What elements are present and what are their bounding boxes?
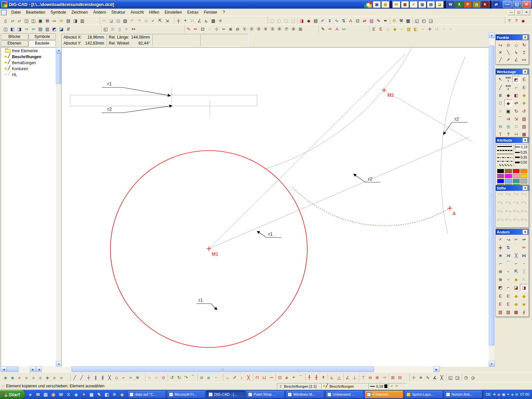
iso-i-icon[interactable]: ◈	[58, 374, 65, 381]
mail-icon[interactable]: ✉	[58, 17, 65, 24]
pen-6[interactable]: 6✎	[505, 201, 512, 209]
block-copy-icon[interactable]: ◫	[2, 26, 9, 33]
cube-2-icon[interactable]: ▨	[504, 309, 512, 315]
tree-scrollbar[interactable]: ▲ ▼	[56, 47, 61, 366]
office-colors-icon[interactable]: ▦	[364, 1, 372, 8]
save-icon[interactable]: ◫	[23, 17, 30, 24]
tray-net-icon[interactable]: ⊟	[515, 392, 518, 397]
move-1-icon[interactable]: ◆	[505, 92, 512, 98]
task-button[interactable]: Microsoft Fr...	[167, 390, 205, 398]
dim-leader-icon[interactable]: ⇀	[268, 374, 275, 381]
stamp-4-icon[interactable]: ▢	[290, 17, 297, 24]
angle-icon[interactable]: ∠	[196, 17, 203, 24]
scale-box[interactable]: 5.0	[130, 26, 137, 33]
color-pink[interactable]	[513, 174, 520, 178]
tree-item-hl[interactable]: HL	[4, 72, 56, 77]
task-button[interactable]: Windows M...	[286, 390, 324, 398]
arc-tan-icon[interactable]: ⌒	[190, 374, 197, 381]
dim-perp-icon[interactable]: ⊥	[351, 374, 358, 381]
line-tool-icon[interactable]: ╱	[497, 84, 504, 91]
line-cross-icon[interactable]: ┼	[85, 374, 92, 381]
arc-ccw-icon[interactable]: ↺	[169, 374, 176, 381]
color-lightblue[interactable]	[505, 179, 512, 183]
iso-e-icon[interactable]: ◈	[30, 374, 37, 381]
pen-4[interactable]: 4✎	[520, 192, 528, 200]
copy-el-2-icon[interactable]: ⌐	[504, 284, 512, 291]
copy-el-4-icon[interactable]: ◨	[520, 284, 528, 291]
sync-icon[interactable]: ⇄	[492, 1, 500, 8]
color-gray[interactable]	[520, 179, 527, 183]
move-sel-icon[interactable]: ⇱	[512, 268, 520, 275]
zoom-in-icon[interactable]: ⊕	[227, 26, 234, 33]
pen-1[interactable]: 1✎	[497, 192, 504, 200]
block-x-icon[interactable]: ◨	[16, 26, 23, 33]
delete-icon[interactable]: ✕	[123, 26, 130, 33]
app-11-icon[interactable]: ◧	[103, 391, 110, 398]
tile-v-icon[interactable]: ▥	[44, 26, 51, 33]
break-pt-icon[interactable]: ⋇	[497, 252, 504, 259]
tree-item-konturen[interactable]: Konturen	[4, 66, 56, 71]
tree-item-freie-elemente[interactable]: freie Elemente	[4, 48, 56, 54]
word-ql-icon[interactable]: W	[58, 391, 64, 398]
outlook-icon[interactable]: ✉	[35, 391, 41, 398]
select-box-icon[interactable]: ▫	[504, 268, 512, 275]
grid-icon[interactable]: ∷	[189, 17, 196, 24]
task-button[interactable]: Paint Shop ...	[246, 390, 285, 398]
dots-icon[interactable]: ∷	[433, 26, 440, 33]
solid-icon[interactable]: ◆	[305, 17, 312, 24]
leader-r2-top[interactable]	[102, 106, 172, 113]
surface-c-icon[interactable]: ⊕	[374, 374, 381, 381]
iso-b-icon[interactable]: ◈	[9, 374, 16, 381]
image-icon[interactable]: ▣	[373, 1, 381, 8]
swap-icon[interactable]: ⇅	[340, 17, 347, 24]
excel-ql-icon[interactable]: X	[65, 391, 72, 398]
color-black[interactable]	[497, 169, 504, 173]
sector-icon[interactable]: ◔	[212, 374, 219, 381]
clip-block-icon[interactable]: ◱	[102, 26, 109, 33]
gear-icon[interactable]: ⚙	[391, 17, 398, 24]
paste-special-icon[interactable]: ▧	[122, 17, 129, 24]
table-y-icon[interactable]: ▦	[405, 26, 412, 33]
zoom-dyn-icon[interactable]: ⊖	[234, 26, 241, 33]
copy-el-1-icon[interactable]: ◩	[497, 284, 504, 291]
app-12-icon[interactable]: ✳	[111, 391, 118, 398]
block-edit-icon[interactable]: ◨	[298, 17, 305, 24]
point-xy-icon[interactable]: x,y	[497, 42, 504, 48]
cut-icon[interactable]: ✂	[101, 17, 108, 24]
pan-icon[interactable]: ⊹	[213, 26, 220, 33]
y-copy-2-icon[interactable]: ◆	[520, 293, 528, 299]
close-button[interactable]: ✕	[522, 1, 531, 8]
cancel-icon[interactable]: ⊘	[143, 17, 150, 24]
canvas-hscroll-thumb[interactable]: |||	[71, 366, 374, 372]
copy-move-icon[interactable]: ◩	[512, 76, 520, 83]
printer-setup-icon[interactable]: ▥	[79, 17, 86, 24]
width-035[interactable]: 0,35	[515, 155, 528, 160]
parallel-icon[interactable]: ∥	[92, 374, 99, 381]
line-icon[interactable]: ╱	[71, 374, 78, 381]
part-a-icon[interactable]: ◇	[384, 26, 391, 33]
image-icon[interactable]: ▧	[368, 17, 375, 24]
move-2-icon[interactable]: ◆	[504, 99, 512, 107]
leader-r1-top[interactable]	[102, 87, 171, 96]
brush-icon[interactable]: ✑	[327, 26, 333, 33]
app-8-icon[interactable]: ✦	[80, 391, 87, 398]
task-button[interactable]: Norton Anti...	[444, 390, 482, 398]
origin-icon[interactable]: ⌖	[182, 17, 189, 24]
menu-item[interactable]: Struktur	[109, 9, 128, 16]
mdi-minimize-button[interactable]: —	[508, 9, 515, 15]
tray-star-icon[interactable]: ✦	[507, 392, 510, 397]
canvas-vscrollbar[interactable]: ▲ ≡ ▼	[489, 32, 494, 366]
pen-7[interactable]: 7✎	[512, 201, 520, 209]
ie-icon[interactable]: e	[27, 391, 34, 398]
layer-colors-icon[interactable]: ≔	[340, 26, 347, 33]
fillet-2-icon[interactable]: ⌒	[504, 260, 512, 267]
save-as-icon[interactable]: ◫	[30, 17, 37, 24]
zoom-8-icon[interactable]: ⑧	[290, 26, 297, 33]
circle-pt-icon[interactable]: ⊙	[160, 374, 167, 381]
pen-10[interactable]: 10✎	[505, 209, 512, 217]
export-icon[interactable]: ⇨	[51, 17, 58, 24]
part-2-icon[interactable]: ◆	[520, 99, 528, 106]
zoom-7-icon[interactable]: ⑦	[283, 26, 290, 33]
tab-bauteile[interactable]: Bauteile	[29, 40, 56, 47]
result-arc-green[interactable]	[292, 187, 450, 226]
